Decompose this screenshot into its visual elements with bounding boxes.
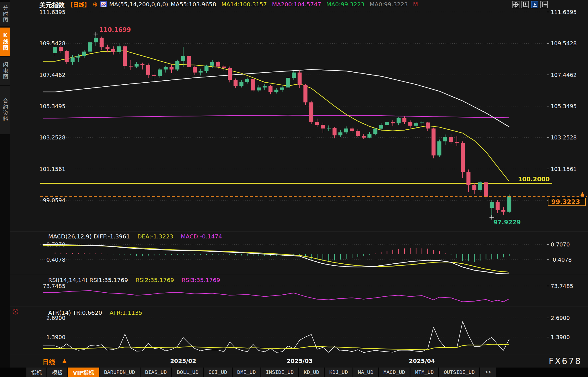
candle — [408, 122, 412, 126]
candle — [472, 185, 476, 190]
candle — [507, 196, 511, 211]
candle — [205, 66, 209, 71]
candle — [280, 88, 284, 90]
macd-labels-part-2: DEA:-1.3223 — [137, 233, 173, 240]
candle — [245, 79, 249, 82]
toolbar-button-mtm_ud[interactable]: MTM_UD — [410, 368, 438, 377]
candle — [263, 86, 267, 88]
sidebar-item-4[interactable]: 合约资料 — [0, 86, 10, 134]
ma-value-3: MA200:104.5747 — [272, 1, 321, 8]
candle — [327, 128, 331, 129]
candle — [496, 202, 500, 210]
toolbar-button-ma_ud[interactable]: MA_UD — [353, 368, 378, 377]
candle — [216, 62, 220, 67]
period-tag: 【日线】 — [67, 0, 90, 9]
atr-legend: ATR(14) TR:0.6620ATR:1.1135 — [48, 309, 142, 316]
record-dot-icon[interactable] — [13, 309, 18, 314]
app-window: 分时图K线图闪电图合约资料 美元指数 【日线】 ⊕ MA(55,14,200,0… — [0, 0, 588, 377]
macd-labels-part-3: MACD:-0.1474 — [181, 233, 222, 240]
candle — [350, 129, 354, 131]
svg-text:111.6395: 111.6395 — [551, 9, 577, 15]
ma-values: MA55:103.9658MA14:100.3157MA200:104.5747… — [171, 1, 418, 8]
candle — [455, 142, 459, 143]
rsi-labels-part-2: RSI2:35.1769 — [135, 277, 174, 283]
axis-play-icon[interactable] — [531, 1, 538, 8]
toolbar-button-dmi_ud[interactable]: DMI_UD — [233, 368, 260, 377]
candle — [135, 64, 139, 66]
time-axis-row: 日线 ▲ FX678 2025/022025/032025/04 — [10, 355, 588, 368]
candle — [228, 68, 232, 80]
toolbar-button-cci_ud[interactable]: CCI_UD — [204, 368, 232, 377]
candle — [257, 88, 261, 90]
toolbar-button-kdj_ud[interactable]: KDJ_UD — [325, 368, 353, 377]
mini-chart-icon[interactable] — [100, 1, 107, 7]
circle-plus-icon[interactable]: ⊕ — [93, 1, 98, 8]
atr-labels-part-1: ATR(14) TR:0.6620 — [48, 309, 102, 316]
toolbar-button-[interactable]: >> — [480, 368, 496, 377]
pane-shift-icon[interactable] — [540, 1, 548, 8]
candle — [402, 118, 406, 122]
ma-value-2: MA14:100.3157 — [221, 1, 267, 8]
macd-diff-line — [43, 244, 509, 273]
candle — [303, 85, 307, 103]
toolbar-button-boll_ud[interactable]: BOLL_UD — [172, 368, 203, 377]
candle — [164, 67, 168, 69]
chart-canvas[interactable]: 111.6395111.6395109.5428109.5428107.4462… — [10, 9, 588, 355]
candle — [298, 73, 302, 85]
period-up-arrow-icon[interactable]: ▲ — [63, 357, 66, 363]
candle — [373, 129, 377, 134]
svg-text:103.2528: 103.2528 — [39, 134, 65, 141]
low-price-label: 97.9229 — [493, 219, 521, 226]
sidebar-item-3[interactable]: 闪电图 — [0, 57, 10, 85]
ma-value-4: MA0:99.3223 — [326, 1, 365, 8]
toolbar-button-vip[interactable]: VIP指标 — [68, 368, 99, 377]
candle — [187, 56, 191, 67]
svg-text:103.2528: 103.2528 — [551, 134, 577, 141]
candle — [146, 65, 150, 75]
candle — [53, 47, 57, 53]
toolbar-button-barupdn_ud[interactable]: BARUPDN_UD — [100, 368, 140, 377]
toolbar-button-bias_ud[interactable]: BIAS_UD — [141, 368, 172, 377]
sidebar-item-2[interactable]: K线图 — [0, 28, 10, 56]
left-sidebar: 分时图K线图闪电图合约资料 — [0, 0, 10, 377]
toolbar-button-kd_ud[interactable]: KD_UD — [299, 368, 324, 377]
toolbar-button-outside_ud[interactable]: OUTSIDE_UD — [439, 368, 479, 377]
watermark-logo: FX678 — [549, 356, 582, 366]
candle — [414, 123, 418, 126]
pane-separators — [10, 232, 588, 306]
svg-text:111.6395: 111.6395 — [39, 9, 65, 15]
svg-text:105.3495: 105.3495 — [551, 103, 577, 109]
candle — [71, 58, 75, 62]
candle — [117, 46, 121, 52]
candle — [65, 51, 69, 62]
candle — [152, 75, 156, 76]
toolbar-button-[interactable]: 模板 — [47, 368, 67, 377]
svg-text:107.4462: 107.4462 — [39, 72, 65, 78]
resistance-level-label[interactable]: 100.2000 — [518, 176, 550, 183]
candle — [321, 125, 325, 129]
candle — [466, 172, 470, 185]
candles-series — [53, 34, 511, 217]
candle — [170, 67, 174, 69]
svg-text:73.7485: 73.7485 — [43, 283, 65, 289]
toolbar-button-inside_ud[interactable]: INSIDE_UD — [261, 368, 298, 377]
candle — [88, 42, 92, 51]
toolbar-button-[interactable]: 指标 — [26, 368, 46, 377]
period-selector[interactable]: 日线 — [42, 357, 55, 366]
x-axis-date: 2025/03 — [284, 357, 316, 364]
candle — [432, 129, 436, 156]
axis-zoom-icon[interactable] — [521, 1, 529, 8]
toolbar-button-macd_ud[interactable]: MACD_UD — [379, 368, 410, 377]
candle — [385, 122, 389, 125]
candle — [141, 64, 145, 65]
candle — [309, 102, 313, 122]
last-price-box: 99.3223 — [548, 198, 586, 206]
crosshair-pan-icon[interactable] — [512, 1, 519, 8]
candle — [332, 128, 336, 135]
candle — [175, 61, 179, 70]
candle — [82, 52, 86, 56]
sidebar-item-1[interactable]: 分时图 — [0, 2, 10, 26]
macd-dea-line — [43, 245, 509, 272]
indicator-toolbar: 指标模板VIP指标BARUPDN_UDBIAS_UDBOLL_UDCCI_UDD… — [0, 368, 588, 377]
svg-text:-0.4078: -0.4078 — [551, 256, 572, 263]
